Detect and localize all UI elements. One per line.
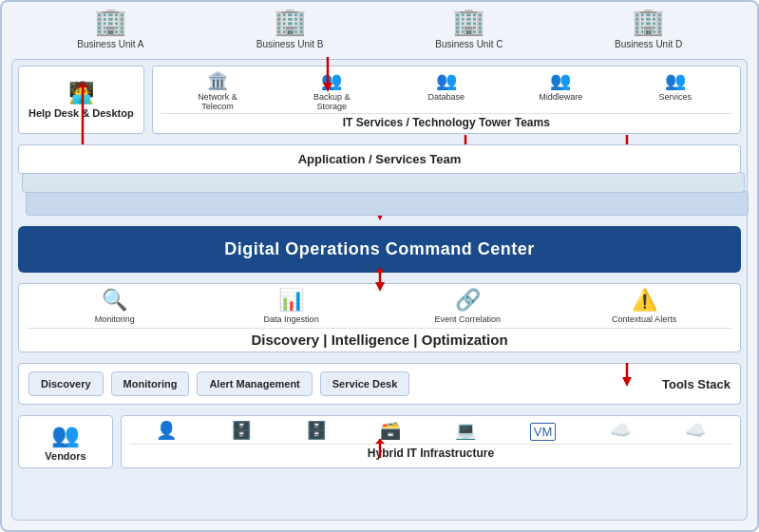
backup-icon: 👥 bbox=[321, 70, 342, 91]
vendors-box: 👥 Vendors bbox=[18, 415, 113, 468]
help-desk-box: 🧑‍💻 Help Desk & Desktop bbox=[18, 66, 144, 134]
monitoring-icon: 🔍 bbox=[102, 288, 127, 313]
network-telecom-item: 🏛️ Network & Telecom bbox=[184, 70, 251, 111]
hybrid-cloud1-icon: ☁️ bbox=[610, 420, 631, 441]
business-unit-c: 🏢 Business Unit C bbox=[412, 6, 526, 49]
app-services-stack: Application / Services Team bbox=[18, 144, 741, 216]
business-unit-d: 🏢 Business Unit D bbox=[592, 6, 706, 49]
row-helpdesk-itservices: 🧑‍💻 Help Desk & Desktop 🏛️ Network & Tel… bbox=[18, 66, 741, 134]
building-icon-d: 🏢 bbox=[632, 6, 665, 37]
hybrid-cloud1-icon-item: ☁️ bbox=[610, 420, 631, 442]
network-icon: 🏛️ bbox=[207, 70, 228, 91]
database-item: 👥 Database bbox=[413, 70, 480, 111]
hybrid-db-icon-item: 🗃️ bbox=[380, 420, 401, 442]
app-services-layer2 bbox=[22, 172, 745, 193]
hybrid-it-title: Hybrid IT Infrastructure bbox=[129, 444, 732, 460]
services-item: 👥 Services bbox=[642, 70, 709, 111]
middleware-label: Middleware bbox=[539, 92, 582, 102]
building-icon-b: 🏢 bbox=[274, 6, 307, 37]
business-unit-a: 🏢 Business Unit A bbox=[53, 6, 167, 49]
event-correlation-item: 🔗 Event Correlation bbox=[420, 288, 515, 324]
vendors-label: Vendors bbox=[45, 450, 85, 462]
monitoring-label: Monitoring bbox=[95, 314, 135, 324]
content-area: 🧑‍💻 Help Desk & Desktop 🏛️ Network & Tel… bbox=[11, 59, 748, 521]
business-unit-b-label: Business Unit B bbox=[256, 39, 324, 49]
database-icon: 👥 bbox=[436, 70, 457, 91]
contextual-alerts-label: Contextual Alerts bbox=[612, 314, 676, 324]
vendors-icon: 👥 bbox=[51, 422, 80, 448]
alert-management-button[interactable]: Alert Management bbox=[197, 371, 312, 396]
hybrid-laptop-icon: 💻 bbox=[455, 420, 476, 441]
hybrid-person-icon: 👤 bbox=[156, 420, 177, 441]
services-icon: 👥 bbox=[665, 70, 686, 91]
hybrid-person-icon-item: 👤 bbox=[156, 420, 177, 442]
building-icon-c: 🏢 bbox=[452, 6, 485, 37]
dio-title: Discovery | Intelligence | Optimization bbox=[27, 328, 732, 348]
middleware-item: 👥 Middleware bbox=[527, 70, 594, 111]
contextual-alerts-item: ⚠️ Contextual Alerts bbox=[597, 288, 692, 324]
dio-row: 🔍 Monitoring 📊 Data Ingestion 🔗 Event Co… bbox=[18, 283, 741, 352]
section-wrapper: 🧑‍💻 Help Desk & Desktop 🏛️ Network & Tel… bbox=[18, 66, 741, 514]
app-services-layer3 bbox=[26, 191, 749, 216]
hybrid-cloud2-icon: ☁️ bbox=[685, 420, 706, 441]
hybrid-server1-icon-item: 🗄️ bbox=[231, 420, 252, 442]
event-correlation-icon: 🔗 bbox=[455, 288, 481, 313]
hybrid-server1-icon: 🗄️ bbox=[231, 420, 252, 441]
it-services-title: IT Services / Technology Tower Teams bbox=[161, 113, 732, 129]
building-icon-a: 🏢 bbox=[94, 6, 127, 37]
network-telecom-label: Network & Telecom bbox=[184, 92, 251, 111]
hybrid-box: 👤 🗄️ 🗄️ 🗃️ 💻 bbox=[121, 415, 741, 468]
business-unit-b: 🏢 Business Unit B bbox=[233, 6, 347, 49]
main-container: 🏢 Business Unit A 🏢 Business Unit B 🏢 Bu… bbox=[0, 0, 759, 532]
monitoring-button[interactable]: Monitoring bbox=[111, 371, 190, 396]
person-icon: 🧑‍💻 bbox=[68, 81, 94, 105]
backup-storage-label: Backup & Storage bbox=[298, 92, 365, 111]
monitoring-item: 🔍 Monitoring bbox=[67, 288, 162, 324]
backup-storage-item: 👥 Backup & Storage bbox=[298, 70, 365, 111]
business-unit-d-label: Business Unit D bbox=[615, 39, 682, 49]
service-desk-button[interactable]: Service Desk bbox=[320, 371, 410, 396]
dio-icons-row: 🔍 Monitoring 📊 Data Ingestion 🔗 Event Co… bbox=[27, 288, 732, 324]
docc-label: Digital Operations Command Center bbox=[224, 239, 535, 258]
data-ingestion-item: 📊 Data Ingestion bbox=[244, 288, 339, 324]
tools-row: Discovery Monitoring Alert Management Se… bbox=[18, 363, 741, 405]
hybrid-db-icon: 🗃️ bbox=[380, 420, 401, 441]
business-units-row: 🏢 Business Unit A 🏢 Business Unit B 🏢 Bu… bbox=[21, 6, 738, 49]
hybrid-cloud2-icon-item: ☁️ bbox=[685, 420, 706, 442]
services-label: Services bbox=[659, 92, 693, 102]
app-services-label: Application / Services Team bbox=[298, 152, 462, 166]
help-desk-label: Help Desk & Desktop bbox=[28, 107, 134, 119]
middleware-icon: 👥 bbox=[550, 70, 571, 91]
app-services-layer1: Application / Services Team bbox=[18, 144, 741, 174]
tools-box: Discovery Monitoring Alert Management Se… bbox=[18, 363, 741, 405]
docc-box: Digital Operations Command Center bbox=[18, 226, 741, 273]
discovery-button[interactable]: Discovery bbox=[28, 371, 104, 396]
dio-box: 🔍 Monitoring 📊 Data Ingestion 🔗 Event Co… bbox=[18, 283, 741, 352]
vendors-hybrid-row: 👥 Vendors 👤 🗄️ 🗄️ bbox=[18, 415, 741, 468]
data-ingestion-label: Data Ingestion bbox=[264, 314, 319, 324]
business-unit-c-label: Business Unit C bbox=[435, 39, 503, 49]
event-correlation-label: Event Correlation bbox=[435, 314, 502, 324]
hybrid-laptop-icon-item: 💻 bbox=[455, 420, 476, 442]
hybrid-server2-icon: 🗄️ bbox=[306, 420, 327, 441]
docc-row: Digital Operations Command Center bbox=[18, 226, 741, 273]
hybrid-vm-icon: VM bbox=[530, 423, 557, 441]
business-unit-a-label: Business Unit A bbox=[77, 39, 143, 49]
it-services-box: 🏛️ Network & Telecom 👥 Backup & Storage … bbox=[152, 66, 741, 134]
hybrid-vm-icon-item: VM bbox=[530, 423, 557, 442]
hybrid-icons-row: 👤 🗄️ 🗄️ 🗃️ 💻 bbox=[129, 420, 732, 442]
it-services-icons: 🏛️ Network & Telecom 👥 Backup & Storage … bbox=[161, 70, 732, 111]
database-label: Database bbox=[428, 92, 465, 102]
tools-stack-label: Tools Stack bbox=[662, 377, 731, 391]
data-ingestion-icon: 📊 bbox=[278, 288, 304, 313]
contextual-alerts-icon: ⚠️ bbox=[632, 288, 657, 313]
hybrid-server2-icon-item: 🗄️ bbox=[306, 420, 327, 442]
